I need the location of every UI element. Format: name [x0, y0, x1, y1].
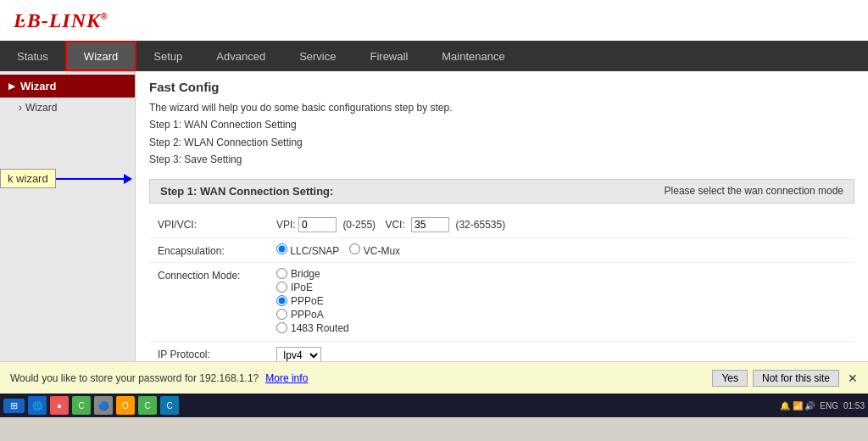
close-button[interactable]: ✕ [848, 371, 858, 385]
conn-ipoe-radio[interactable] [276, 282, 287, 293]
connection-mode-controls: Bridge IPoE PPPoE PPPoA [276, 268, 846, 336]
vpi-label: VPI: [276, 219, 296, 231]
logo-bar: ĿB-LINK® [0, 0, 868, 41]
arrow-line [56, 178, 124, 180]
tooltip-text: k wizard [8, 172, 48, 185]
nav-maintenance[interactable]: Maintenance [425, 41, 521, 71]
fast-config-desc: The wizard will help you do some basic c… [149, 99, 854, 169]
nav-wizard[interactable]: Wizard [65, 41, 136, 71]
arrow-head [124, 174, 132, 184]
nav-setup[interactable]: Setup [136, 41, 199, 71]
encap-vcmux-radio[interactable] [349, 243, 360, 254]
yes-button[interactable]: Yes [712, 370, 748, 387]
conn-pppoe-radio[interactable] [276, 295, 287, 306]
encapsulation-row: Encapsulation: LLC/SNAP VC-Mux [149, 238, 854, 263]
password-bar-buttons: Yes Not for this site ✕ [712, 370, 858, 387]
sidebar: Wizard Wizard [0, 71, 136, 361]
encap-inline: LLC/SNAP VC-Mux [276, 243, 846, 257]
nav-service[interactable]: Service [282, 41, 353, 71]
encapsulation-controls: LLC/SNAP VC-Mux [276, 243, 846, 257]
conn-pppoa-label: PPPoA [291, 309, 324, 321]
nav-status[interactable]: Status [0, 41, 65, 71]
sidebar-wizard-section[interactable]: Wizard [0, 75, 135, 98]
taskbar-lang: ENG [820, 401, 838, 410]
desc-line-4: Step 3: Save Setting [149, 151, 854, 168]
content-panel: Fast Config The wizard will help you do … [136, 71, 868, 361]
taskbar-icon-3[interactable]: C [72, 396, 91, 415]
content-wrapper: ĿB-LINK® Status Wizard Setup Advanced Se… [0, 0, 868, 417]
taskbar-icon-6[interactable]: C [138, 396, 157, 415]
encap-vcmux-label[interactable]: VC-Mux [349, 243, 400, 257]
tooltip-box: k wizard [0, 169, 56, 188]
nav-bar: Status Wizard Setup Advanced Service Fir… [0, 41, 868, 71]
nav-firewall[interactable]: Firewall [353, 41, 425, 71]
desc-line-1: The wizard will help you do some basic c… [149, 99, 854, 116]
taskbar-icon-7[interactable]: C [160, 396, 179, 415]
password-bar: Would you like to store your password fo… [0, 361, 868, 394]
arrow-tooltip: k wizard [0, 169, 132, 188]
taskbar-right: 🔔 📶 🔊 ENG 01:53 [780, 401, 865, 410]
encap-llcsnap-radio[interactable] [276, 243, 287, 254]
conn-ipoe-row: IPoE [276, 282, 846, 293]
taskbar-time: 01:53 [843, 401, 865, 410]
ip-protocol-row: IP Protocol: Ipv4 Ipv6 Both [149, 342, 854, 361]
step1-label: Step 1: WAN Connection Setting: [160, 185, 333, 198]
taskbar-notification-icons: 🔔 📶 🔊 [780, 401, 815, 410]
vpi-vci-label: VPI/VCI: [158, 217, 276, 231]
desc-line-3: Step 2: WLAN Connection Setting [149, 134, 854, 151]
step1-right: Please select the wan connection mode [665, 185, 843, 197]
page-wrapper: ĿB-LINK® Status Wizard Setup Advanced Se… [0, 0, 868, 441]
conn-bridge-radio[interactable] [276, 268, 287, 279]
conn-pppoa-radio[interactable] [276, 309, 287, 320]
vpi-input[interactable] [298, 217, 337, 232]
vci-input[interactable] [411, 217, 449, 232]
conn-ipoe-label: IPoE [291, 282, 313, 293]
vci-label: VCI: [385, 219, 404, 231]
vci-range: (32-65535) [455, 219, 505, 231]
desc-line-2: Step 1: WAN Connection Setting [149, 116, 854, 133]
connection-mode-label: Connection Mode: [158, 268, 276, 282]
sidebar-wizard-sub[interactable]: Wizard [0, 98, 135, 118]
main-area: k wizard Wizard Wizard Fast Config The w… [0, 71, 868, 361]
conn-1483routed-row: 1483 Routed [276, 322, 846, 334]
step1-header: Step 1: WAN Connection Setting: Please s… [149, 179, 854, 204]
ip-protocol-select[interactable]: Ipv4 Ipv6 Both [276, 347, 321, 361]
vpi-vci-row: VPI/VCI: VPI: (0-255) VCI: (32-65535) [149, 212, 854, 238]
start-button[interactable]: ⊞ [3, 399, 25, 413]
ip-protocol-label: IP Protocol: [158, 347, 276, 360]
nav-advanced[interactable]: Advanced [199, 41, 282, 71]
conn-pppoa-row: PPPoA [276, 309, 846, 321]
conn-pppoe-row: PPPoE [276, 295, 846, 307]
encapsulation-label: Encapsulation: [158, 243, 276, 257]
vpi-vci-controls: VPI: (0-255) VCI: (32-65535) [276, 217, 846, 232]
conn-bridge-row: Bridge [276, 268, 846, 280]
taskbar-icon-1[interactable]: 🌐 [28, 396, 47, 415]
encap-llcsnap-label[interactable]: LLC/SNAP [276, 243, 339, 257]
logo: ĿB-LINK® [14, 8, 108, 32]
more-info-link[interactable]: More info [265, 372, 308, 384]
ip-protocol-controls: Ipv4 Ipv6 Both [276, 347, 846, 361]
taskbar-icon-5[interactable]: O [116, 396, 135, 415]
vpi-range: (0-255) [342, 219, 376, 231]
fast-config-title: Fast Config [149, 80, 854, 94]
conn-pppoe-label: PPPoE [291, 295, 324, 307]
conn-1483routed-label: 1483 Routed [291, 322, 349, 334]
taskbar-icon-4[interactable]: 🔵 [94, 396, 113, 415]
taskbar: ⊞ 🌐 ● C 🔵 O C C 🔔 📶 🔊 ENG 01:53 [0, 394, 868, 417]
taskbar-icon-2[interactable]: ● [50, 396, 69, 415]
connection-mode-row: Connection Mode: Bridge IPoE PPPoE [149, 263, 854, 342]
not-for-site-button[interactable]: Not for this site [753, 370, 839, 387]
password-bar-text: Would you like to store your password fo… [10, 372, 259, 384]
conn-1483routed-radio[interactable] [276, 322, 287, 333]
conn-bridge-label: Bridge [291, 268, 320, 280]
